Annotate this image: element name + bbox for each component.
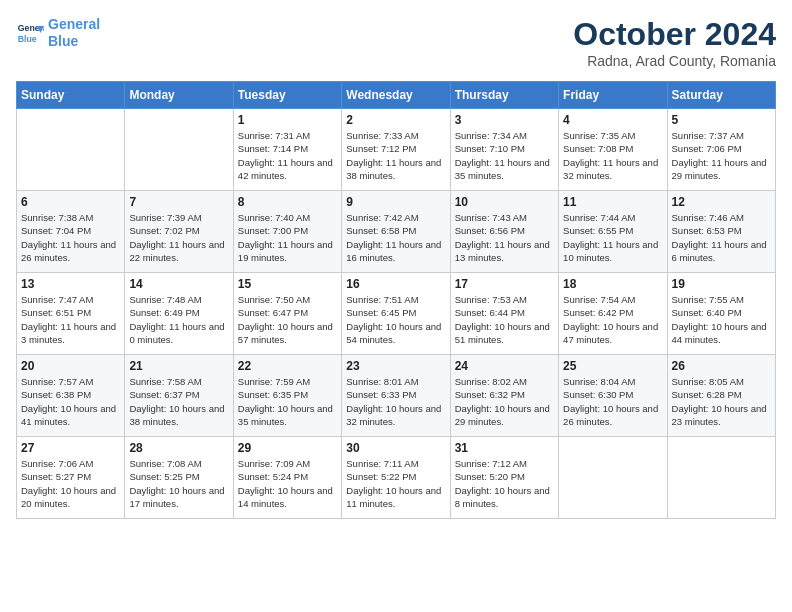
calendar-day-cell: 7Sunrise: 7:39 AM Sunset: 7:02 PM Daylig… xyxy=(125,191,233,273)
calendar-day-cell: 14Sunrise: 7:48 AM Sunset: 6:49 PM Dayli… xyxy=(125,273,233,355)
calendar-day-cell xyxy=(559,437,667,519)
calendar-day-cell: 4Sunrise: 7:35 AM Sunset: 7:08 PM Daylig… xyxy=(559,109,667,191)
day-number: 1 xyxy=(238,113,337,127)
calendar-day-cell: 12Sunrise: 7:46 AM Sunset: 6:53 PM Dayli… xyxy=(667,191,775,273)
weekday-header-cell: Wednesday xyxy=(342,82,450,109)
calendar-day-cell: 1Sunrise: 7:31 AM Sunset: 7:14 PM Daylig… xyxy=(233,109,341,191)
weekday-header-cell: Friday xyxy=(559,82,667,109)
day-info: Sunrise: 7:37 AM Sunset: 7:06 PM Dayligh… xyxy=(672,129,771,182)
day-number: 24 xyxy=(455,359,554,373)
day-info: Sunrise: 7:54 AM Sunset: 6:42 PM Dayligh… xyxy=(563,293,662,346)
location-subtitle: Radna, Arad County, Romania xyxy=(573,53,776,69)
calendar-body: 1Sunrise: 7:31 AM Sunset: 7:14 PM Daylig… xyxy=(17,109,776,519)
day-number: 31 xyxy=(455,441,554,455)
day-number: 25 xyxy=(563,359,662,373)
day-number: 12 xyxy=(672,195,771,209)
calendar-day-cell: 19Sunrise: 7:55 AM Sunset: 6:40 PM Dayli… xyxy=(667,273,775,355)
day-number: 16 xyxy=(346,277,445,291)
day-number: 6 xyxy=(21,195,120,209)
day-info: Sunrise: 7:53 AM Sunset: 6:44 PM Dayligh… xyxy=(455,293,554,346)
day-number: 21 xyxy=(129,359,228,373)
day-number: 18 xyxy=(563,277,662,291)
calendar-day-cell: 9Sunrise: 7:42 AM Sunset: 6:58 PM Daylig… xyxy=(342,191,450,273)
logo-line1: General xyxy=(48,16,100,32)
day-number: 13 xyxy=(21,277,120,291)
calendar-day-cell: 13Sunrise: 7:47 AM Sunset: 6:51 PM Dayli… xyxy=(17,273,125,355)
day-number: 26 xyxy=(672,359,771,373)
day-info: Sunrise: 8:04 AM Sunset: 6:30 PM Dayligh… xyxy=(563,375,662,428)
svg-text:Blue: Blue xyxy=(18,34,37,44)
day-number: 14 xyxy=(129,277,228,291)
day-info: Sunrise: 7:43 AM Sunset: 6:56 PM Dayligh… xyxy=(455,211,554,264)
day-info: Sunrise: 7:48 AM Sunset: 6:49 PM Dayligh… xyxy=(129,293,228,346)
day-number: 20 xyxy=(21,359,120,373)
weekday-header-cell: Tuesday xyxy=(233,82,341,109)
calendar-day-cell: 22Sunrise: 7:59 AM Sunset: 6:35 PM Dayli… xyxy=(233,355,341,437)
day-number: 11 xyxy=(563,195,662,209)
calendar-day-cell: 2Sunrise: 7:33 AM Sunset: 7:12 PM Daylig… xyxy=(342,109,450,191)
calendar-day-cell: 17Sunrise: 7:53 AM Sunset: 6:44 PM Dayli… xyxy=(450,273,558,355)
calendar-week-row: 1Sunrise: 7:31 AM Sunset: 7:14 PM Daylig… xyxy=(17,109,776,191)
day-number: 5 xyxy=(672,113,771,127)
calendar-day-cell: 10Sunrise: 7:43 AM Sunset: 6:56 PM Dayli… xyxy=(450,191,558,273)
day-info: Sunrise: 7:39 AM Sunset: 7:02 PM Dayligh… xyxy=(129,211,228,264)
weekday-header-cell: Sunday xyxy=(17,82,125,109)
calendar-day-cell xyxy=(17,109,125,191)
calendar-week-row: 27Sunrise: 7:06 AM Sunset: 5:27 PM Dayli… xyxy=(17,437,776,519)
day-info: Sunrise: 7:50 AM Sunset: 6:47 PM Dayligh… xyxy=(238,293,337,346)
calendar-day-cell: 8Sunrise: 7:40 AM Sunset: 7:00 PM Daylig… xyxy=(233,191,341,273)
logo-text: General Blue xyxy=(48,16,100,50)
calendar-day-cell: 20Sunrise: 7:57 AM Sunset: 6:38 PM Dayli… xyxy=(17,355,125,437)
day-number: 9 xyxy=(346,195,445,209)
logo: General Blue General Blue xyxy=(16,16,100,50)
day-info: Sunrise: 7:59 AM Sunset: 6:35 PM Dayligh… xyxy=(238,375,337,428)
calendar-week-row: 20Sunrise: 7:57 AM Sunset: 6:38 PM Dayli… xyxy=(17,355,776,437)
day-info: Sunrise: 7:06 AM Sunset: 5:27 PM Dayligh… xyxy=(21,457,120,510)
day-info: Sunrise: 7:44 AM Sunset: 6:55 PM Dayligh… xyxy=(563,211,662,264)
day-info: Sunrise: 8:02 AM Sunset: 6:32 PM Dayligh… xyxy=(455,375,554,428)
weekday-header-row: SundayMondayTuesdayWednesdayThursdayFrid… xyxy=(17,82,776,109)
logo-line2: Blue xyxy=(48,33,78,49)
day-info: Sunrise: 7:31 AM Sunset: 7:14 PM Dayligh… xyxy=(238,129,337,182)
day-number: 10 xyxy=(455,195,554,209)
day-number: 8 xyxy=(238,195,337,209)
day-number: 15 xyxy=(238,277,337,291)
day-number: 22 xyxy=(238,359,337,373)
calendar-day-cell: 18Sunrise: 7:54 AM Sunset: 6:42 PM Dayli… xyxy=(559,273,667,355)
day-info: Sunrise: 7:47 AM Sunset: 6:51 PM Dayligh… xyxy=(21,293,120,346)
day-info: Sunrise: 7:12 AM Sunset: 5:20 PM Dayligh… xyxy=(455,457,554,510)
day-info: Sunrise: 8:05 AM Sunset: 6:28 PM Dayligh… xyxy=(672,375,771,428)
day-number: 28 xyxy=(129,441,228,455)
calendar-day-cell: 30Sunrise: 7:11 AM Sunset: 5:22 PM Dayli… xyxy=(342,437,450,519)
day-info: Sunrise: 7:08 AM Sunset: 5:25 PM Dayligh… xyxy=(129,457,228,510)
calendar-week-row: 6Sunrise: 7:38 AM Sunset: 7:04 PM Daylig… xyxy=(17,191,776,273)
calendar-day-cell xyxy=(125,109,233,191)
calendar-day-cell: 25Sunrise: 8:04 AM Sunset: 6:30 PM Dayli… xyxy=(559,355,667,437)
day-info: Sunrise: 7:51 AM Sunset: 6:45 PM Dayligh… xyxy=(346,293,445,346)
calendar-day-cell: 11Sunrise: 7:44 AM Sunset: 6:55 PM Dayli… xyxy=(559,191,667,273)
day-info: Sunrise: 7:33 AM Sunset: 7:12 PM Dayligh… xyxy=(346,129,445,182)
calendar-day-cell: 23Sunrise: 8:01 AM Sunset: 6:33 PM Dayli… xyxy=(342,355,450,437)
day-number: 7 xyxy=(129,195,228,209)
day-info: Sunrise: 7:09 AM Sunset: 5:24 PM Dayligh… xyxy=(238,457,337,510)
day-info: Sunrise: 7:58 AM Sunset: 6:37 PM Dayligh… xyxy=(129,375,228,428)
day-info: Sunrise: 7:11 AM Sunset: 5:22 PM Dayligh… xyxy=(346,457,445,510)
weekday-header-cell: Thursday xyxy=(450,82,558,109)
weekday-header-cell: Saturday xyxy=(667,82,775,109)
calendar-table: SundayMondayTuesdayWednesdayThursdayFrid… xyxy=(16,81,776,519)
day-info: Sunrise: 7:38 AM Sunset: 7:04 PM Dayligh… xyxy=(21,211,120,264)
day-number: 4 xyxy=(563,113,662,127)
day-info: Sunrise: 7:35 AM Sunset: 7:08 PM Dayligh… xyxy=(563,129,662,182)
day-info: Sunrise: 7:42 AM Sunset: 6:58 PM Dayligh… xyxy=(346,211,445,264)
page-header: General Blue General Blue October 2024 R… xyxy=(16,16,776,69)
calendar-day-cell: 5Sunrise: 7:37 AM Sunset: 7:06 PM Daylig… xyxy=(667,109,775,191)
calendar-day-cell: 28Sunrise: 7:08 AM Sunset: 5:25 PM Dayli… xyxy=(125,437,233,519)
day-number: 2 xyxy=(346,113,445,127)
calendar-day-cell: 27Sunrise: 7:06 AM Sunset: 5:27 PM Dayli… xyxy=(17,437,125,519)
day-info: Sunrise: 7:55 AM Sunset: 6:40 PM Dayligh… xyxy=(672,293,771,346)
calendar-week-row: 13Sunrise: 7:47 AM Sunset: 6:51 PM Dayli… xyxy=(17,273,776,355)
day-number: 27 xyxy=(21,441,120,455)
day-number: 23 xyxy=(346,359,445,373)
day-number: 30 xyxy=(346,441,445,455)
day-info: Sunrise: 8:01 AM Sunset: 6:33 PM Dayligh… xyxy=(346,375,445,428)
